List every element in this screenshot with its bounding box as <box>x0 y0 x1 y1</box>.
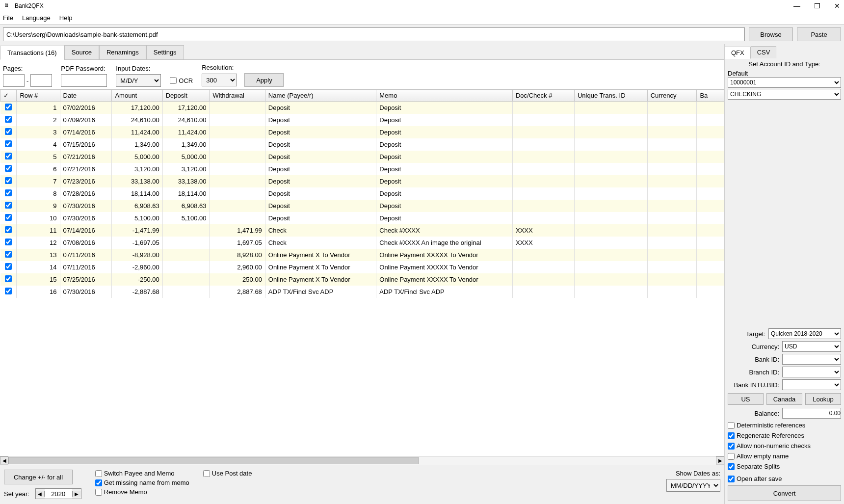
year-next-icon[interactable]: ▶ <box>72 491 81 497</box>
row-checkbox[interactable] <box>5 288 12 294</box>
branch-id-select[interactable] <box>782 367 841 377</box>
path-input[interactable] <box>3 27 745 41</box>
currency-select[interactable]: USD <box>782 341 841 352</box>
row-checkbox[interactable] <box>5 275 12 282</box>
row-checkbox[interactable] <box>5 189 12 196</box>
allow-non-numeric-checkbox[interactable] <box>728 443 735 450</box>
ocr-checkbox[interactable] <box>170 77 177 84</box>
account-id-select[interactable]: 10000001 <box>728 77 841 88</box>
menu-help[interactable]: Help <box>59 14 73 22</box>
row-checkbox[interactable] <box>5 214 12 221</box>
row-checkbox[interactable] <box>5 153 12 159</box>
lookup-button[interactable]: Lookup <box>805 393 841 405</box>
menu-file[interactable]: File <box>3 14 13 22</box>
row-checkbox[interactable] <box>5 177 12 184</box>
allow-empty-checkbox[interactable] <box>728 453 735 460</box>
column-header[interactable]: Unique Trans. ID <box>574 90 647 102</box>
table-row[interactable]: 807/28/201618,114.0018,114.00DepositDepo… <box>0 187 724 200</box>
scroll-left-icon[interactable]: ◀ <box>0 456 8 465</box>
us-button[interactable]: US <box>728 393 764 405</box>
column-header[interactable]: Amount <box>112 90 162 102</box>
row-checkbox[interactable] <box>5 263 12 270</box>
row-checkbox[interactable] <box>5 116 12 123</box>
tab-csv[interactable]: CSV <box>751 46 777 58</box>
column-header[interactable]: Deposit <box>162 90 210 102</box>
column-header[interactable]: Row # <box>17 90 60 102</box>
tab-qfx[interactable]: QFX <box>725 47 751 59</box>
tab-source[interactable]: Source <box>64 45 99 59</box>
open-after-save-checkbox[interactable] <box>728 476 735 482</box>
row-checkbox[interactable] <box>5 140 12 147</box>
tab-transactions[interactable]: Transactions (16) <box>0 46 64 60</box>
balance-input[interactable] <box>782 408 841 419</box>
menu-language[interactable]: Language <box>22 14 51 22</box>
horizontal-scrollbar[interactable]: ◀ ▶ <box>0 456 724 464</box>
convert-button[interactable]: Convert <box>728 485 841 501</box>
column-header[interactable]: Currency <box>647 90 697 102</box>
separate-splits-checkbox[interactable] <box>728 463 735 470</box>
table-row[interactable]: 1507/25/2016-250.00250.00Online Payment … <box>0 273 724 286</box>
use-post-date-checkbox[interactable] <box>203 470 210 477</box>
row-checkbox[interactable] <box>5 226 12 233</box>
table-row[interactable]: 1407/11/2016-2,960.002,960.00Online Paym… <box>0 261 724 273</box>
table-row[interactable]: 507/21/20165,000.005,000.00DepositDeposi… <box>0 151 724 163</box>
table-row[interactable]: 1207/08/2016-1,697.051,697.05CheckCheck … <box>0 237 724 249</box>
regenerate-checkbox[interactable] <box>728 432 735 439</box>
table-row[interactable]: 707/23/201633,138.0033,138.00DepositDepo… <box>0 175 724 187</box>
pdf-password-label: PDF Password: <box>61 65 107 72</box>
table-row[interactable]: 1607/30/2016-2,887.682,887.68ADP TX/Finc… <box>0 286 724 298</box>
remove-memo-checkbox[interactable] <box>95 489 102 496</box>
resolution-select[interactable]: 300 <box>202 74 237 86</box>
minimize-icon[interactable]: — <box>793 2 800 10</box>
canada-button[interactable]: Canada <box>766 393 802 405</box>
show-dates-select[interactable]: MM/DD/YYYY <box>666 479 720 492</box>
table-row[interactable]: 407/15/20161,349.001,349.00DepositDeposi… <box>0 138 724 151</box>
table-row[interactable]: 1307/11/2016-8,928.008,928.00Online Paym… <box>0 249 724 261</box>
column-header[interactable]: Memo <box>376 90 513 102</box>
tab-renamings[interactable]: Renamings <box>99 45 146 59</box>
target-select[interactable]: Quicken 2018-2020 <box>768 328 841 339</box>
column-header[interactable]: Ba <box>697 90 724 102</box>
get-missing-checkbox[interactable] <box>95 479 102 486</box>
scroll-right-icon[interactable]: ▶ <box>716 456 724 465</box>
show-dates-label: Show Dates as: <box>676 470 720 477</box>
account-type-select[interactable]: CHECKING <box>728 89 841 100</box>
row-checkbox[interactable] <box>5 251 12 258</box>
browse-button[interactable]: Browse <box>749 27 793 41</box>
change-plus-minus-button[interactable]: Change +/- for all <box>4 470 73 484</box>
deterministic-checkbox[interactable] <box>728 422 735 429</box>
year-stepper[interactable]: ◀ ▶ <box>35 488 81 499</box>
row-checkbox[interactable] <box>5 202 12 209</box>
paste-button[interactable]: Paste <box>797 27 841 41</box>
table-row[interactable]: 1107/14/2016-1,471.991,471.99CheckCheck … <box>0 224 724 237</box>
row-checkbox[interactable] <box>5 128 12 135</box>
table-row[interactable]: 1007/30/20165,100.005,100.00DepositDepos… <box>0 212 724 224</box>
table-row[interactable]: 207/09/201624,610.0024,610.00DepositDepo… <box>0 114 724 126</box>
close-icon[interactable]: ✕ <box>834 2 840 10</box>
year-input[interactable] <box>45 489 72 499</box>
maximize-icon[interactable]: ❐ <box>814 2 820 10</box>
pdf-password-input[interactable] <box>61 74 107 87</box>
column-header[interactable]: Doc/Check # <box>512 90 574 102</box>
pages-from-input[interactable] <box>3 74 25 87</box>
year-prev-icon[interactable]: ◀ <box>36 491 45 497</box>
apply-button[interactable]: Apply <box>244 73 284 87</box>
column-header[interactable]: Date <box>60 90 112 102</box>
pages-to-input[interactable] <box>30 74 52 87</box>
bank-id-select[interactable] <box>782 354 841 365</box>
table-row[interactable]: 607/21/20163,120.003,120.00DepositDeposi… <box>0 163 724 175</box>
column-header[interactable]: Withdrawal <box>210 90 265 102</box>
row-checkbox[interactable] <box>5 104 12 110</box>
table-row[interactable]: 107/02/201617,120.0017,120.00DepositDepo… <box>0 102 724 114</box>
default-label: Default <box>728 70 841 77</box>
column-header[interactable]: ✓ <box>0 90 17 102</box>
row-checkbox[interactable] <box>5 165 12 172</box>
table-row[interactable]: 307/14/201611,424.0011,424.00DepositDepo… <box>0 126 724 138</box>
column-header[interactable]: Name (Payee/r) <box>265 90 376 102</box>
tab-settings[interactable]: Settings <box>146 45 184 59</box>
table-row[interactable]: 907/30/20166,908.636,908.63DepositDeposi… <box>0 200 724 212</box>
switch-payee-checkbox[interactable] <box>95 470 102 477</box>
input-dates-select[interactable]: M/D/Y <box>116 74 161 87</box>
row-checkbox[interactable] <box>5 239 12 245</box>
intu-bid-select[interactable] <box>782 379 841 390</box>
